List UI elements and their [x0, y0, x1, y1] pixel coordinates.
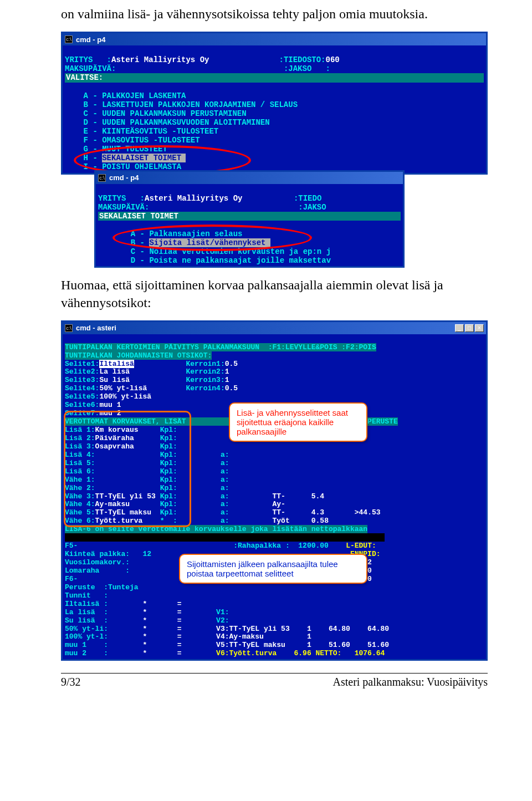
dos-content: YRITYS :Asteri Malliyritys Oy :TIEDOSTO:…	[63, 45, 486, 172]
bottom-row: Iltalisä : * =	[65, 600, 182, 608]
menu-item-d[interactable]: D - UUDEN PALKANMAKSUVUODEN ALOITTAMINEN	[84, 118, 270, 127]
callout-sijoita: Sijoittamisten jälkeen palkansaajilta tu…	[179, 554, 367, 584]
selite-row: Selite3:Su lisä Kerroin3:1	[65, 376, 229, 384]
titlebar: c:\ cmd - p4	[96, 172, 403, 184]
bottom-row: muu 2 : * = V6:Tyött.turva 6.96 NETTO: 1…	[65, 649, 385, 657]
vahe-row: Vähe 3:TT-TyEL yli 53 Kpl: a: TT- 5.4	[65, 492, 324, 501]
menu-item-e[interactable]: E - KIINTEÄSOVITUS -TULOSTEET	[84, 127, 219, 136]
selite-row: Selite6:muu 1	[65, 401, 121, 409]
cmd-window-main-menu: c:\ cmd - p4 YRITYS :Asteri Malliyritys …	[61, 32, 488, 174]
bottom-row: La lisä : * = V1:	[65, 608, 229, 616]
window-title: cmd - p4	[76, 35, 105, 44]
tiedosto-value: 060	[326, 55, 340, 64]
section-valitse: VALITSE:	[65, 73, 484, 82]
maximize-button[interactable]: □	[465, 324, 474, 332]
menu-item-b[interactable]: B - LASKETTUJEN PALKKOJEN KORJAAMINEN / …	[84, 100, 298, 109]
menu-item-a[interactable]: A - PALKKOJEN LASKENTA	[84, 91, 186, 100]
header-line-1: TUNTIPALKAN KERTOIMIEN PÄIVITYS PALKANMA…	[65, 343, 376, 351]
vahe-row: Vähe 1: Kpl: a:	[65, 476, 229, 484]
vahe-row: Vähe 4:Ay-maksu Kpl: a: Ay-	[65, 500, 285, 508]
window-title: cmd - p4	[109, 174, 139, 182]
mid-paragraph: Huomaa, että sijoittaminen korvaa palkan…	[61, 277, 488, 311]
maksupaiva-label: MAKSUPÄIVÄ:	[98, 203, 149, 212]
menu-item-h-selected[interactable]: SEKALAISET TOIMET	[102, 154, 186, 162]
lisa-row: Lisä 1:Km korvaus Kpl:	[65, 426, 177, 434]
intro-paragraph: on valmiina lisä- ja vähennysotsikoissa …	[61, 6, 488, 23]
vahe-row: Vähe 6:Tyött.turva * : a: Työt 0.58	[65, 517, 329, 525]
section-sekalaiset: SEKALAISET TOIMET	[98, 212, 401, 221]
menu-item-g[interactable]: G - MUUT TULOSTEET	[84, 145, 167, 154]
dos-content: TUNTIPALKAN KERTOIMIEN PÄIVITYS PALKANMA…	[63, 334, 486, 660]
bottom-row: 50% yt-li: * = V3:TT-TyEL yli 53 1 64.80…	[65, 625, 389, 633]
cmd-window-sekalaiset: c:\ cmd - p4 YRITYS :Asteri Malliyritys …	[94, 170, 405, 268]
menu-prefix-h[interactable]: H -	[84, 154, 103, 162]
black-divider	[65, 533, 385, 542]
lisa-row: Lisä 5: Kpl: a:	[65, 459, 229, 467]
callout-lisa: Lisä- ja vähennysselitteet saat sijoitet…	[229, 402, 367, 442]
menu-item-a[interactable]: A - Palkansaajien selaus	[131, 229, 243, 238]
menu-item-c[interactable]: C - UUDEN PALKANMAKSUN PERUSTAMINEN	[84, 109, 247, 118]
cmd-icon: c:\	[98, 174, 106, 182]
yritys-value: Asteri Malliyritys Oy	[145, 194, 242, 203]
selite-row: Selite2:La lisä Kerroin2:1	[65, 368, 229, 376]
tiedosto-label: :TIEDO	[294, 194, 321, 203]
cmd-window-asteri: c:\ cmd - asteri _ □ × TUNTIPALKAN KERTO…	[61, 320, 488, 661]
lisa-row: Lisä 6: Kpl: a:	[65, 467, 229, 476]
tiedosto-label: :TIEDOSTO:	[279, 55, 325, 64]
lisa-row: Lisä 4: Kpl: a:	[65, 451, 229, 459]
bottom-row: muu 1 : * = V5:TT-TyEL maksu 1 51.60 51.…	[65, 641, 389, 649]
bottom-row: 100% yt-l: * = V4:Ay-maksu 1	[65, 632, 311, 641]
footer-title: Asteri palkanmaksu: Vuosipäivitys	[332, 676, 488, 688]
yritys-label: YRITYS :	[65, 55, 111, 64]
menu-item-b-selected[interactable]: Sijoita lisät/vähennykset	[149, 238, 270, 247]
dos-content: YRITYS :Asteri Malliyritys Oy :TIEDO MAK…	[96, 184, 403, 267]
selite-row: Selite7:muu 2	[65, 409, 121, 417]
vahe-row: Vähe 5:TT-TyEL maksu Kpl: a: TT- 4.3 >44…	[65, 508, 381, 517]
jakso-label: :JAKSO :	[284, 64, 330, 73]
cmd-icon: c:\	[65, 35, 73, 43]
footer-green: LISÄ-6 on selite verottomalle korvauksel…	[65, 525, 367, 533]
page-footer: 9/32 Asteri palkanmaksu: Vuosipäivitys	[61, 673, 488, 688]
selite-row: Selite5:100% yt-lisä	[65, 392, 151, 401]
menu-item-d[interactable]: D - Poista ne palkansaajat joille makset…	[131, 256, 331, 265]
bottom-row: Su lisä : * = V2:	[65, 616, 229, 625]
vahe-row: Vähe 2: Kpl: a:	[65, 484, 229, 492]
lisa-row: Lisä 3:Osapvraha Kpl:	[65, 442, 177, 451]
selite-row: Selite1:Iltalisä Kerroin1:0.5	[65, 360, 238, 368]
yritys-label: YRITYS :	[98, 194, 145, 203]
titlebar: c:\ cmd - p4	[63, 33, 486, 45]
yritys-value: Asteri Malliyritys Oy	[111, 55, 209, 64]
window-title: cmd - asteri	[76, 324, 116, 332]
bottom-row: F5- :Rahapalkka : 1200.00 L-EDUT:	[65, 542, 376, 550]
maksupaiva-label: MAKSUPÄIVÄ:	[65, 64, 116, 73]
bottom-row: Tunnit :	[65, 591, 108, 600]
header-line-2: TUNTIPALKAN JOHDANNAISTEN OTSIKOT:	[65, 351, 212, 360]
close-button[interactable]: ×	[475, 324, 484, 332]
selite-row: Selite4:50% yt-lisä Kerroin4:0.5	[65, 384, 238, 392]
cmd-icon: c:\	[65, 324, 73, 332]
menu-prefix-b[interactable]: B -	[131, 238, 150, 247]
menu-item-f[interactable]: F - OMASOVITUS -TULOSTEET	[84, 136, 200, 145]
minimize-button[interactable]: _	[455, 324, 464, 332]
lisa-row: Lisä 2:Päiväraha Kpl:	[65, 434, 177, 442]
titlebar: c:\ cmd - asteri _ □ ×	[63, 322, 486, 334]
bottom-row: Peruste :Tunteja	[65, 583, 139, 591]
page-number: 9/32	[61, 676, 81, 688]
jakso-label: :JAKSO	[298, 203, 326, 212]
window-controls: _ □ ×	[455, 324, 484, 332]
menu-item-c[interactable]: C - Nollaa verottomien korvausten ja ep:…	[131, 247, 331, 256]
